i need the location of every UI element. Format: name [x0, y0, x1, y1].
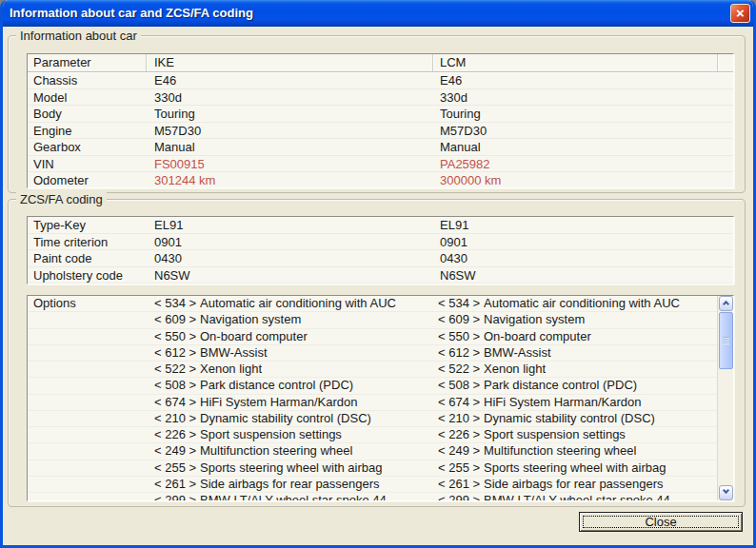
- options-label-cell: [28, 362, 147, 377]
- options-label-cell: [28, 329, 147, 344]
- car-info-row: GearboxManualManual: [28, 139, 733, 156]
- empty-cell: [718, 250, 733, 266]
- option-text-cell: Automatic air conditioning with AUC: [484, 296, 717, 311]
- lcm-value-cell: EL91: [433, 217, 718, 233]
- car-info-header-row: ParameterIKELCM: [28, 54, 733, 72]
- group-information-about-car: Information about car ParameterIKELCM Ch…: [8, 35, 746, 193]
- close-button[interactable]: Close: [579, 512, 743, 532]
- param-cell: Model: [28, 89, 147, 106]
- option-text-cell: HiFi System Harman/Kardon: [484, 395, 717, 410]
- options-label-cell: [28, 345, 147, 361]
- option-text-cell: On-board computer: [484, 329, 717, 344]
- zcs-table: Type-KeyEL91EL91Time criterion09010901Pa…: [27, 216, 734, 284]
- options-label-cell: [28, 477, 147, 492]
- param-cell: Body: [28, 106, 147, 122]
- option-text-cell: BMW-Assist: [484, 345, 717, 361]
- empty-cell: [718, 123, 733, 139]
- option-code-cell: < 612 >: [147, 345, 200, 361]
- option-text-cell: Dynamic stability control (DSC): [200, 411, 430, 426]
- lcm-value-cell: Manual: [433, 139, 718, 155]
- param-cell: Engine: [28, 123, 147, 139]
- empty-cell: [718, 172, 733, 188]
- option-code-cell: < 612 >: [430, 345, 484, 361]
- zcs-row: Time criterion09010901: [28, 234, 733, 251]
- option-text-cell: Navigation system: [484, 312, 717, 327]
- options-label-cell: Options: [28, 296, 147, 311]
- option-text-cell: BMW LT/Al Y wheel star spoke 44: [484, 493, 717, 500]
- option-code-cell: < 210 >: [430, 411, 484, 426]
- car-info-row: BodyTouringTouring: [28, 106, 733, 123]
- scrollbar-down-button[interactable]: [719, 485, 733, 500]
- lcm-value-cell: 0430: [433, 250, 718, 266]
- option-text-cell: Xenon light: [200, 362, 430, 377]
- empty-cell: [718, 106, 733, 122]
- scrollbar-grip-icon: [723, 337, 729, 344]
- ike-value-cell: 0901: [147, 234, 433, 250]
- ike-value-cell: 330d: [147, 89, 433, 106]
- option-code-cell: < 674 >: [147, 395, 200, 410]
- option-code-cell: < 210 >: [147, 411, 200, 426]
- option-code-cell: < 249 >: [430, 443, 484, 459]
- chevron-down-icon: [723, 487, 729, 494]
- options-label-cell: [28, 460, 147, 476]
- option-code-cell: < 522 >: [147, 362, 200, 377]
- car-info-table: ParameterIKELCM ChassisE46E46Model330d33…: [27, 53, 734, 188]
- option-text-cell: Sports steering wheel with airbag: [200, 460, 430, 476]
- close-button-label: Close: [645, 515, 676, 529]
- ike-value-cell: 0430: [147, 250, 433, 266]
- option-row: < 249 >Multifunction steering wheel< 249…: [28, 443, 717, 460]
- close-icon[interactable]: ×: [730, 4, 750, 23]
- lcm-value-cell: N6SW: [433, 267, 718, 284]
- options-label-cell: [28, 395, 147, 410]
- zcs-body: Type-KeyEL91EL91Time criterion09010901Pa…: [28, 217, 733, 284]
- option-code-cell: < 226 >: [430, 427, 484, 442]
- option-code-cell: < 508 >: [147, 378, 200, 393]
- zcs-row: Type-KeyEL91EL91: [28, 217, 733, 234]
- options-scrollbar[interactable]: [717, 296, 733, 500]
- ike-value-cell: 301244 km: [147, 172, 433, 188]
- option-code-cell: < 550 >: [430, 329, 484, 344]
- option-text-cell: Park distance control (PDC): [484, 378, 717, 393]
- option-text-cell: HiFi System Harman/Kardon: [200, 395, 430, 410]
- car-info-row: Model330d330d: [28, 89, 733, 107]
- option-code-cell: < 534 >: [147, 296, 200, 311]
- scrollbar-up-button[interactable]: [719, 296, 733, 311]
- option-code-cell: < 255 >: [430, 460, 484, 476]
- option-code-cell: < 255 >: [147, 460, 200, 476]
- param-cell: VIN: [28, 156, 147, 172]
- option-code-cell: < 550 >: [147, 329, 200, 344]
- option-text-cell: Side airbags for rear passengers: [200, 477, 430, 492]
- car-info-body: ChassisE46E46Model330d330dBodyTouringTou…: [28, 72, 733, 188]
- lcm-value-cell: PA25982: [433, 156, 718, 172]
- option-text-cell: Side airbags for rear passengers: [484, 477, 717, 492]
- options-label-cell: [28, 427, 147, 442]
- option-text-cell: Xenon light: [484, 362, 717, 377]
- option-code-cell: < 609 >: [147, 312, 200, 327]
- option-code-cell: < 261 >: [430, 477, 484, 492]
- options-table: Options< 534 >Automatic air conditioning…: [27, 295, 734, 501]
- group-zcsfa-coding: ZCS/FA coding Type-KeyEL91EL91Time crite…: [8, 199, 746, 507]
- option-text-cell: Sports steering wheel with airbag: [484, 460, 717, 476]
- options-label-cell: [28, 312, 147, 327]
- option-text-cell: Automatic air conditioning with AUC: [200, 296, 430, 311]
- option-code-cell: < 299 >: [430, 493, 484, 500]
- option-code-cell: < 674 >: [430, 395, 484, 410]
- option-text-cell: Multifunction steering wheel: [484, 443, 717, 459]
- option-code-cell: < 534 >: [430, 296, 484, 311]
- option-text-cell: Dynamic stability control (DSC): [484, 411, 717, 426]
- param-cell: Chassis: [28, 72, 147, 88]
- option-row: < 522 >Xenon light< 522 >Xenon light: [28, 362, 717, 378]
- lcm-value-cell: Touring: [433, 106, 718, 122]
- scrollbar-thumb[interactable]: [719, 312, 733, 369]
- param-cell: Gearbox: [28, 139, 147, 155]
- option-row: < 609 >Navigation system< 609 >Navigatio…: [28, 312, 717, 328]
- car-info-row: VINFS00915PA25982: [28, 156, 733, 173]
- option-code-cell: < 299 >: [147, 493, 200, 500]
- car-info-row: EngineM57D30M57D30: [28, 123, 733, 140]
- title-bar[interactable]: Information about car and ZCS/FA coding …: [0, 0, 756, 27]
- group-car-label: Information about car: [16, 29, 141, 43]
- option-text-cell: On-board computer: [200, 329, 430, 344]
- param-cell: Type-Key: [28, 217, 147, 233]
- empty-cell: [718, 234, 733, 250]
- empty-cell: [718, 139, 733, 155]
